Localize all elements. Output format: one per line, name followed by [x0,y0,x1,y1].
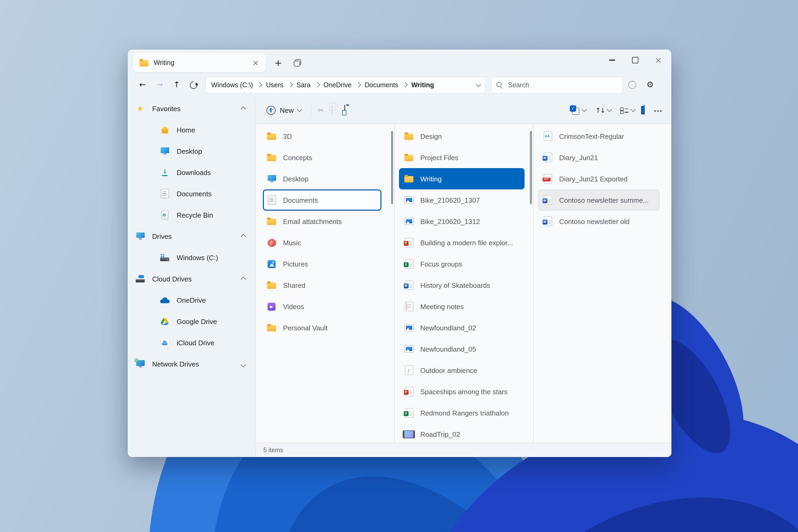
chevron-right-icon [315,82,319,87]
file-row[interactable]: Email attatchments [263,211,381,232]
copy-icon [332,105,333,115]
layout-button[interactable] [620,107,635,114]
sidebar-section-network-drives[interactable]: Network Drives [131,353,252,375]
address-dropdown-icon[interactable] [476,82,480,87]
file-row[interactable]: W History of Skateboards [399,274,525,296]
file-row[interactable]: Project Files [399,147,525,168]
expand-button[interactable] [241,360,245,368]
breadcrumb-item[interactable]: Users [266,81,283,89]
file-row-selected[interactable]: Writing [399,168,525,189]
up-button[interactable]: ↑ [168,76,185,93]
titlebar[interactable]: Writing + [128,50,671,73]
sidebar-item-windows-c[interactable]: Windows (C:) [131,247,252,268]
sidebar-section-cloud-drives[interactable]: Cloud Drives [131,268,252,289]
back-button[interactable]: ← [134,76,151,93]
scrollbar[interactable] [530,131,532,204]
file-row-keyboard-selected[interactable]: Documents [263,189,381,211]
file-row[interactable]: RoadTrip_02 [399,423,525,443]
sidebar-item-google-drive[interactable]: Google Drive [131,311,252,332]
file-row[interactable]: Newfoundland_05 [399,338,525,360]
breadcrumb-item[interactable]: OneDrive [323,81,352,89]
close-button[interactable] [647,50,670,71]
cut-icon: ✂ [318,106,324,114]
file-label: Email attatchments [283,217,342,225]
file-row[interactable]: X Focus groups [399,253,525,274]
file-row[interactable]: P Spaceships among the stars [399,381,525,402]
chevron-down-icon [607,107,612,112]
audio-file-icon [404,365,414,375]
file-label: Contoso newsletter summe... [559,196,649,204]
file-row[interactable]: CrimsonText-Regular [538,126,660,147]
explorer-tab[interactable]: Writing [133,53,266,72]
refresh-button[interactable] [185,76,202,93]
file-row[interactable]: Pictures [263,253,381,274]
pdf-file-icon: PDF [543,174,553,184]
select-button[interactable] [570,106,586,115]
more-options-button[interactable]: ••• [654,105,663,115]
sidebar-item-desktop[interactable]: Desktop [131,140,252,162]
file-row[interactable]: Outdoor ambience [399,360,525,381]
collapse-button[interactable] [241,275,245,283]
sidebar-item-recycle-bin[interactable]: Recycle Bin [131,204,252,226]
forward-button[interactable]: → [151,76,168,93]
file-row[interactable]: Design [399,126,525,147]
minimize-button[interactable] [600,50,624,71]
file-label: History of Skateboards [420,281,490,289]
file-row[interactable]: Personal Vault [263,317,381,338]
file-row[interactable]: Concepts [263,147,381,168]
file-row[interactable]: Bike_210620_1307 [399,189,525,211]
file-row[interactable]: PDF Diary_Jun21 Exported [538,168,660,189]
sidebar-item-home[interactable]: Home [131,119,252,140]
breadcrumb[interactable]: Windows (C:\) Users Sara OneDrive Docume… [205,76,486,93]
settings-button[interactable]: ⚙ [641,76,659,93]
sidebar-item-documents[interactable]: Documents [131,183,252,204]
file-row[interactable]: Newfoundland_02 [399,317,525,338]
file-label: Diary_Jun21 [559,153,598,162]
file-row[interactable]: Desktop [263,168,381,189]
file-row-hovered[interactable]: W Contoso newsletter summe... [538,189,660,211]
new-button[interactable]: New [264,102,304,118]
tab-list-button[interactable] [294,59,301,66]
search-box[interactable] [491,76,623,93]
breadcrumb-item[interactable]: Sara [296,81,310,89]
breadcrumb-item-current[interactable]: Writing [411,81,434,89]
file-row[interactable]: Bike_210620_1312 [399,211,525,232]
file-label: Spaceships among the stars [420,387,508,396]
sidebar-item-icloud-drive[interactable]: iCloud Drive [131,332,252,353]
file-row[interactable]: W Diary_Jun21 [538,147,660,168]
file-label: Shared [283,281,305,289]
file-row[interactable]: Videos [263,296,381,317]
new-tab-button[interactable]: + [270,55,286,71]
sidebar-item-downloads[interactable]: Downloads [131,162,252,183]
details-pane-button[interactable] [644,105,645,115]
file-row[interactable]: Music [263,232,381,253]
tab-close-button[interactable] [250,57,262,69]
word-file-icon: W [543,195,553,205]
sidebar-item-onedrive[interactable]: OneDrive [131,289,252,311]
sync-status-button[interactable] [623,76,641,93]
file-row[interactable]: 3D [263,126,381,147]
cut-button[interactable]: ✂ [318,105,324,115]
file-label: CrimsonText-Regular [559,132,624,140]
word-file-icon: W [404,280,414,290]
file-row[interactable]: Shared [263,274,381,296]
sidebar-section-drives[interactable]: Drives [131,226,252,247]
sidebar-section-favorites[interactable]: ★ Favorites [131,98,252,119]
collapse-button[interactable] [241,232,245,240]
sidebar-item-label: Windows (C:) [177,253,218,262]
file-row[interactable]: W Contoso newsletter old [538,211,660,232]
file-row[interactable]: X Redmond Rangers triathalon [399,402,525,423]
breadcrumb-item[interactable]: Documents [365,81,398,89]
scrollbar[interactable] [391,131,393,204]
collapse-button[interactable] [241,104,245,113]
maximize-button[interactable] [624,50,647,71]
search-input[interactable] [507,81,618,89]
sort-button[interactable]: ↑↓ [595,106,611,114]
copy-button[interactable] [324,105,333,115]
file-label: Diary_Jun21 Exported [559,175,627,183]
file-row[interactable]: P Building a modern file explor... [399,232,525,253]
breadcrumb-item[interactable]: Windows (C:\) [211,81,253,89]
file-label: Bike_210620_1307 [420,196,480,204]
file-row[interactable]: Meeting notes [399,296,525,317]
sidebar-item-label: Home [177,126,195,134]
